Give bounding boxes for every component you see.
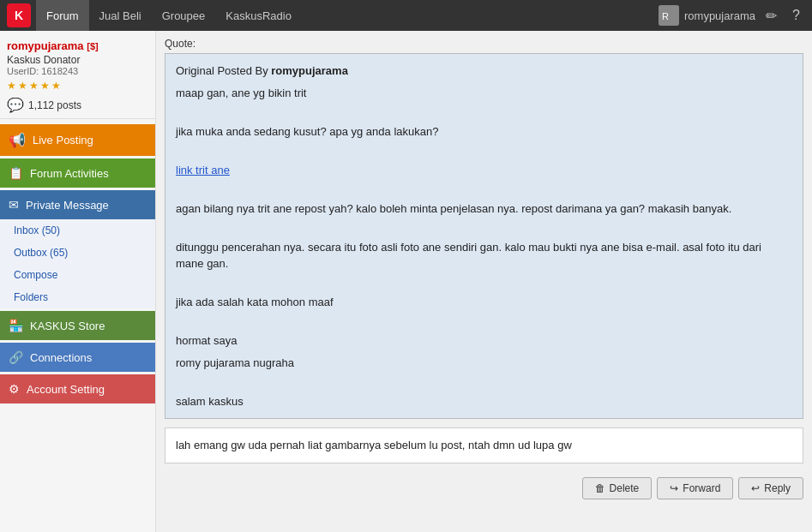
- svg-text:R: R: [662, 11, 669, 21]
- edit-icon[interactable]: ✏: [761, 4, 782, 27]
- nav-forum[interactable]: Forum: [36, 0, 89, 31]
- main-content: Quote: Original Posted By romypujarama m…: [156, 31, 812, 532]
- user-title: Kaskus Donator: [7, 54, 148, 66]
- chat-icon: 💬: [7, 97, 24, 113]
- delete-button[interactable]: 🗑 Delete: [582, 477, 653, 499]
- quote-line-2: jika muka anda sedang kusut? apa yg anda…: [176, 123, 792, 140]
- nav-right-section: R romypujarama ✏ ?: [659, 4, 805, 27]
- top-navigation: K Forum Jual Beli Groupee KaskusRadio R …: [0, 0, 812, 31]
- reply-body: lah emang gw uda pernah liat gambarnya s…: [165, 427, 803, 463]
- original-posted-by: Original Posted By romypujarama: [176, 63, 792, 80]
- quote-link: link trit ane: [176, 162, 792, 179]
- action-bar: 🗑 Delete ↪ Forward ↩ Reply: [165, 472, 803, 505]
- private-message-sub: Inbox (50) Outbox (65) Compose Folders: [0, 219, 155, 308]
- live-posting-icon: 📢: [9, 132, 26, 148]
- quote-line-1: maap gan, ane yg bikin trit: [176, 85, 792, 102]
- forward-button[interactable]: ↪ Forward: [657, 477, 733, 499]
- nav-kaskusradio[interactable]: KaskusRadio: [215, 0, 302, 31]
- kaskus-logo[interactable]: K: [7, 3, 31, 27]
- quote-line-8: salam kaskus: [176, 393, 792, 410]
- quote-line-6: hormat saya: [176, 332, 792, 350]
- user-stars: ★ ★ ★ ★ ★: [7, 80, 148, 92]
- sidebar-compose[interactable]: Compose: [0, 264, 155, 286]
- connections-icon: 🔗: [9, 350, 23, 364]
- quote-line-7: romy pujarama nugraha: [176, 355, 792, 372]
- quote-label: Quote:: [165, 38, 803, 50]
- sidebar-kaskus-store[interactable]: 🏪 KASKUS Store: [0, 311, 155, 340]
- quote-box: Original Posted By romypujarama maap gan…: [165, 53, 803, 419]
- nav-groupee[interactable]: Groupee: [152, 0, 216, 31]
- sidebar-forum-activities[interactable]: 📋 Forum Activities: [0, 158, 155, 188]
- account-icon: ⚙: [9, 382, 20, 396]
- link-trit-ane[interactable]: link trit ane: [176, 164, 230, 176]
- sidebar-connections[interactable]: 🔗 Connections: [0, 343, 155, 372]
- sidebar-outbox[interactable]: Outbox (65): [0, 242, 155, 264]
- reply-icon: ↩: [751, 482, 760, 494]
- user-name: romypujarama [$]: [7, 39, 148, 52]
- store-icon: 🏪: [9, 319, 23, 332]
- nav-username: romypujarama: [684, 9, 755, 22]
- forum-activities-icon: 📋: [9, 166, 23, 180]
- sidebar-live-posting[interactable]: 📢 Live Posting: [0, 124, 155, 156]
- user-avatar: R: [659, 5, 679, 26]
- sidebar: romypujarama [$] Kaskus Donator UserID: …: [0, 31, 156, 532]
- quote-line-3: agan bilang nya trit ane repost yah? kal…: [176, 200, 792, 218]
- delete-icon: 🗑: [595, 482, 605, 494]
- sidebar-private-message[interactable]: ✉ Private Message: [0, 190, 155, 219]
- user-id: UserID: 1618243: [7, 66, 148, 76]
- reply-button[interactable]: ↩ Reply: [738, 477, 803, 499]
- user-posts: 💬 1,112 posts: [7, 97, 148, 113]
- sidebar-folders[interactable]: Folders: [0, 286, 155, 308]
- sidebar-inbox[interactable]: Inbox (50): [0, 219, 155, 242]
- private-message-icon: ✉: [9, 198, 19, 212]
- help-icon[interactable]: ?: [787, 4, 805, 27]
- user-panel: romypujarama [$] Kaskus Donator UserID: …: [0, 31, 155, 119]
- sidebar-account-setting[interactable]: ⚙ Account Setting: [0, 374, 155, 403]
- quote-line-5: jika ada salah kata mohon maaf: [176, 294, 792, 311]
- nav-jual-beli[interactable]: Jual Beli: [89, 0, 152, 31]
- quote-line-4: ditunggu pencerahan nya. secara itu foto…: [176, 239, 792, 272]
- forward-icon: ↪: [670, 482, 678, 494]
